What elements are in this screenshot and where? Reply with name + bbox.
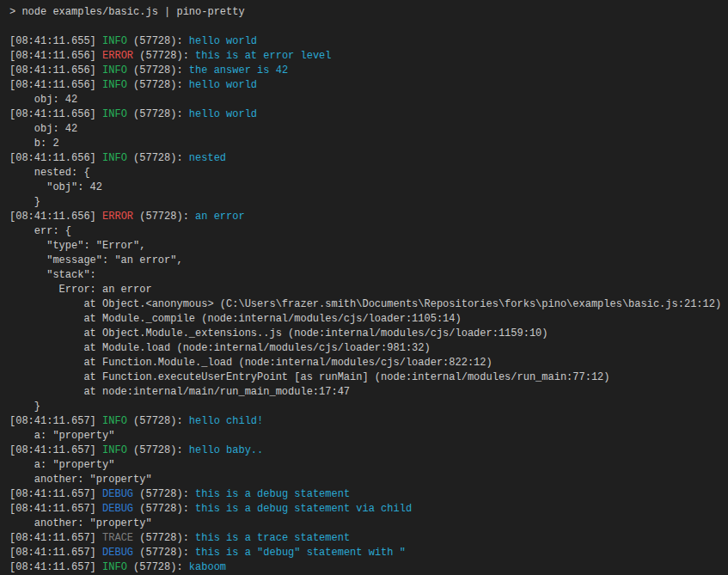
log-text: a: "property"	[9, 459, 114, 471]
log-text: [08:41:11.657]	[9, 561, 102, 573]
terminal-blank-line	[9, 20, 728, 34]
terminal-line: [08:41:11.657] DEBUG (57728): this is a …	[9, 487, 728, 502]
terminal-line: }	[9, 195, 728, 210]
log-text: [08:41:11.656]	[9, 108, 102, 120]
log-message: an error	[195, 211, 245, 223]
terminal-line: another: "property"	[9, 473, 728, 487]
log-message: this is at error level	[195, 50, 331, 62]
log-message: kaboom	[189, 561, 226, 573]
log-text: another: "property"	[9, 517, 152, 529]
log-text: (57728):	[127, 152, 189, 164]
log-message: nested	[189, 152, 226, 164]
log-level-info: INFO	[102, 35, 127, 47]
log-text: b: 2	[9, 138, 59, 150]
log-level-info: INFO	[102, 64, 127, 76]
log-message: hello child!	[189, 415, 263, 427]
terminal-line: [08:41:11.657] DEBUG (57728): this is a …	[9, 502, 728, 517]
terminal-line: [08:41:11.656] INFO (57728): hello world	[9, 107, 728, 122]
log-text: "type": "Error",	[9, 240, 145, 252]
terminal-line: "message": "an error",	[9, 254, 728, 268]
terminal-line: [08:41:11.657] INFO (57728): kaboom	[9, 560, 728, 575]
log-text: (57728):	[127, 415, 189, 427]
log-text: (57728):	[127, 444, 189, 456]
log-text: at Module._compile (node:internal/module…	[9, 313, 462, 325]
terminal-line: at Module.load (node:internal/modules/cj…	[9, 341, 728, 356]
log-text: [08:41:11.657]	[9, 503, 102, 515]
log-text: nested: {	[9, 167, 90, 179]
terminal-line: "obj": 42	[9, 180, 728, 195]
log-text: "obj": 42	[9, 181, 102, 193]
log-message: hello world	[189, 79, 257, 91]
log-text: at Function.executeUserEntryPoint [as ru…	[9, 371, 610, 383]
log-text: "stack":	[9, 269, 96, 281]
terminal-line: b: 2	[9, 137, 728, 151]
terminal-line: Error: an error	[9, 283, 728, 297]
log-text: [08:41:11.657]	[9, 488, 102, 500]
terminal-line: [08:41:11.657] INFO (57728): hello child…	[9, 414, 728, 429]
terminal-lines: [08:41:11.655] INFO (57728): hello world…	[9, 20, 728, 575]
log-text: (57728):	[133, 532, 195, 544]
log-text: (57728):	[133, 503, 195, 515]
log-text: (57728):	[127, 108, 189, 120]
log-text: at Module.load (node:internal/modules/cj…	[9, 342, 431, 354]
terminal-line: [08:41:11.656] ERROR (57728): an error	[9, 210, 728, 224]
log-text: [08:41:11.656]	[9, 50, 102, 62]
log-level-info: INFO	[102, 108, 127, 120]
log-message: this is a "debug" statement with "	[195, 547, 406, 559]
terminal-line: }	[9, 400, 728, 414]
terminal-line: obj: 42	[9, 93, 728, 107]
terminal-line: [08:41:11.657] TRACE (57728): this is a …	[9, 531, 728, 546]
log-text: obj: 42	[9, 94, 77, 106]
log-text: [08:41:11.656]	[9, 79, 102, 91]
log-text: err: {	[9, 225, 71, 237]
log-text: [08:41:11.655]	[9, 35, 102, 47]
log-text: (57728):	[133, 547, 195, 559]
terminal-line: at Function.executeUserEntryPoint [as ru…	[9, 370, 728, 385]
terminal-line: "type": "Error",	[9, 239, 728, 254]
terminal-line: [08:41:11.656] INFO (57728): the answer …	[9, 64, 728, 78]
log-message: this is a trace statement	[195, 532, 350, 544]
log-level-info: INFO	[102, 415, 127, 427]
log-text: (57728):	[133, 50, 195, 62]
terminal-line: "stack":	[9, 268, 728, 283]
terminal[interactable]: > node examples/basic.js | pino-pretty […	[0, 0, 728, 575]
log-text: [08:41:11.657]	[9, 532, 102, 544]
terminal-line: [08:41:11.657] DEBUG (57728): this is a …	[9, 546, 728, 560]
log-text: at node:internal/main/run_main_module:17…	[9, 386, 350, 398]
log-message: hello world	[189, 108, 257, 120]
log-text: (57728):	[127, 561, 189, 573]
log-text: (57728):	[127, 64, 189, 76]
log-text: }	[9, 401, 40, 413]
log-level-info: INFO	[102, 79, 127, 91]
terminal-line: at Module._compile (node:internal/module…	[9, 312, 728, 327]
log-text: (57728):	[133, 488, 195, 500]
terminal-line: a: "property"	[9, 458, 728, 473]
log-message: hello world	[189, 35, 257, 47]
terminal-line: at Object.<anonymous> (C:\Users\frazer.s…	[9, 297, 728, 312]
log-message: this is a debug statement via child	[195, 503, 412, 515]
log-text: Error: an error	[9, 284, 152, 296]
command-text: > node examples/basic.js | pino-pretty	[9, 6, 245, 18]
log-text: (57728):	[127, 79, 189, 91]
log-level-error: ERROR	[102, 211, 133, 223]
log-level-info: INFO	[102, 561, 127, 573]
log-text: at Object.Module._extensions..js (node:i…	[9, 327, 548, 339]
terminal-line: another: "property"	[9, 517, 728, 531]
log-level-error: ERROR	[102, 50, 133, 62]
log-text: }	[9, 196, 40, 208]
log-level-debug: DEBUG	[102, 547, 133, 559]
log-level-debug: DEBUG	[102, 503, 133, 515]
log-level-info: INFO	[102, 444, 127, 456]
terminal-line: [08:41:11.656] INFO (57728): nested	[9, 151, 728, 166]
log-text: "message": "an error",	[9, 254, 183, 266]
terminal-line: err: {	[9, 224, 728, 239]
log-text: [08:41:11.657]	[9, 415, 102, 427]
log-text: [08:41:11.657]	[9, 547, 102, 559]
terminal-line: a: "property"	[9, 429, 728, 443]
terminal-line: [08:41:11.655] INFO (57728): hello world	[9, 34, 728, 49]
log-text: [08:41:11.656]	[9, 64, 102, 76]
log-level-trace: TRACE	[102, 532, 133, 544]
terminal-line: [08:41:11.657] INFO (57728): hello baby.…	[9, 443, 728, 458]
log-text: at Object.<anonymous> (C:\Users\frazer.s…	[9, 298, 721, 310]
log-text: at Function.Module._load (node:internal/…	[9, 357, 492, 369]
